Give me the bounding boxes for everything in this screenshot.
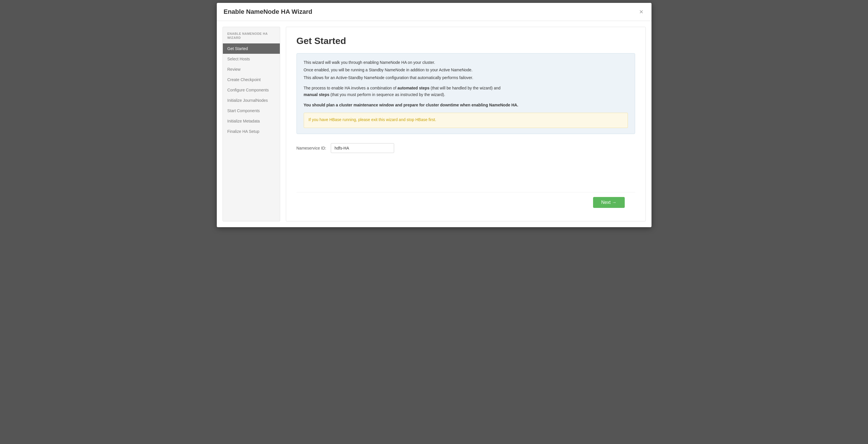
nameservice-label: Nameservice ID: (297, 146, 326, 150)
info-line-4-mid: (that will be handled by the wizard) and (430, 86, 501, 90)
info-line-4-pre: The process to enable HA involves a comb… (304, 86, 398, 90)
modal-body: ENABLE NAMENODE HA WIZARD Get Started Se… (217, 21, 651, 227)
info-line-2: Once enabled, you will be running a Stan… (304, 67, 628, 73)
warning-box: If you have HBase running, please exit t… (304, 113, 628, 128)
sidebar-item-finalize-ha-setup[interactable]: Finalize HA Setup (223, 126, 280, 137)
main-content-area: Get Started This wizard will walk you th… (286, 27, 646, 221)
modal-header: Enable NameNode HA Wizard × (217, 3, 651, 21)
sidebar-item-get-started[interactable]: Get Started (223, 43, 280, 54)
nameservice-form-row: Nameservice ID: (297, 143, 635, 153)
sidebar-item-initialize-journalnodes[interactable]: Initialize JournalNodes (223, 95, 280, 106)
page-title: Get Started (297, 36, 635, 46)
info-line-1: This wizard will walk you through enabli… (304, 59, 628, 66)
sidebar-item-configure-components[interactable]: Configure Components (223, 85, 280, 95)
sidebar-item-create-checkpoint[interactable]: Create Checkpoint (223, 74, 280, 85)
sidebar-item-initialize-metadata[interactable]: Initialize Metadata (223, 116, 280, 126)
modal-title: Enable NameNode HA Wizard (224, 8, 312, 15)
info-line-4-bold2: manual steps (304, 92, 329, 97)
close-button[interactable]: × (638, 8, 644, 15)
modal-dialog: Enable NameNode HA Wizard × ENABLE NAMEN… (217, 3, 651, 227)
sidebar-item-review[interactable]: Review (223, 64, 280, 74)
info-line-4-post: (that you must perform in sequence as in… (329, 92, 445, 97)
warning-text: If you have HBase running, please exit t… (309, 116, 623, 123)
sidebar-section-title: ENABLE NAMENODE HA WIZARD (223, 32, 280, 43)
info-line-4: The process to enable HA involves a comb… (304, 85, 628, 98)
info-line-4-bold1: automated steps (398, 86, 430, 90)
modal-footer: Next → (297, 192, 635, 212)
info-line-3: This allows for an Active-Standby NameNo… (304, 74, 628, 81)
sidebar: ENABLE NAMENODE HA WIZARD Get Started Se… (222, 27, 280, 221)
info-box: This wizard will walk you through enabli… (297, 53, 635, 134)
sidebar-item-start-components[interactable]: Start Components (223, 106, 280, 116)
sidebar-item-select-hosts[interactable]: Select Hosts (223, 54, 280, 64)
info-line-5: You should plan a cluster maintenance wi… (304, 102, 628, 108)
nameservice-input[interactable] (331, 143, 394, 153)
modal-overlay: Enable NameNode HA Wizard × ENABLE NAMEN… (0, 0, 868, 444)
next-button[interactable]: Next → (593, 197, 624, 208)
